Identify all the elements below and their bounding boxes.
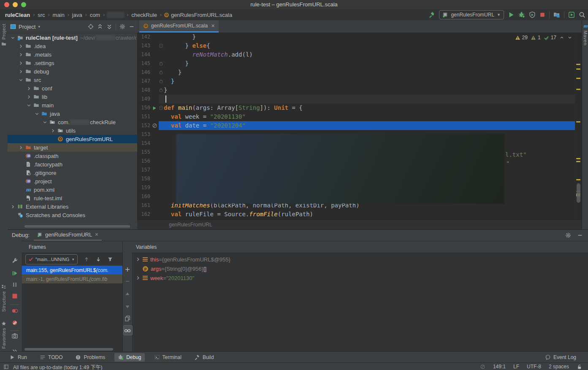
code-text[interactable]: }: [159, 68, 575, 77]
fold-marker-icon[interactable]: [159, 43, 163, 49]
fold-end-marker-icon[interactable]: [159, 87, 163, 93]
breadcrumb-item[interactable]: main: [52, 12, 65, 18]
coverage-button[interactable]: [529, 11, 536, 18]
code-text[interactable]: }: [159, 86, 575, 95]
toolwindow-button-todo[interactable]: TODO: [36, 353, 66, 362]
hide-frames-filter-button[interactable]: [107, 256, 113, 262]
tree-item-metals[interactable]: .metals: [8, 50, 137, 59]
project-view-select[interactable]: Project ▾: [10, 24, 40, 30]
view-breakpoints-button[interactable]: [11, 307, 18, 314]
editor-scrollbar-thumb[interactable]: [577, 183, 580, 203]
code-text[interactable]: val week = "20201130": [159, 112, 575, 121]
code-text[interactable]: reNotMatch.add(l): [159, 50, 575, 59]
code-text[interactable]: def main(args: Array[String]): Unit = {: [159, 103, 575, 112]
chevron-right-icon[interactable]: [18, 60, 24, 66]
duplicate-watch-button[interactable]: [124, 315, 131, 322]
inspections-widget[interactable]: 29 1 17: [515, 35, 572, 41]
chevron-right-icon[interactable]: [18, 52, 24, 57]
chevron-right-icon[interactable]: [26, 94, 32, 100]
tree-item-debug[interactable]: debug: [8, 67, 137, 76]
tree-item-genrulesfromurl[interactable]: OgenRulesFromURL: [8, 135, 137, 143]
pause-button[interactable]: [11, 281, 18, 288]
toolwindow-button-debug[interactable]: Debug: [114, 353, 144, 362]
tree-item-pom-xml[interactable]: mpom.xml: [8, 185, 137, 194]
tree-item-ruleclean-rule-test[interactable]: ruleClean [rule-test]~/dev/crawler/r: [8, 33, 137, 42]
tree-item-project[interactable]: .project: [8, 177, 137, 185]
inspections-indicator-icon[interactable]: [480, 364, 485, 370]
tree-item-scratches-and-consoles[interactable]: Scratches and Consoles: [8, 211, 137, 219]
expand-all-button[interactable]: [97, 24, 103, 30]
next-frame-button[interactable]: [95, 256, 101, 262]
variable-row-this[interactable]: this = {genRulesFromURL$@955}: [132, 255, 588, 264]
event-log-button[interactable]: Event Log: [545, 354, 588, 360]
editor-code-area[interactable]: 142 }143 } else{144 reNotMatch.add(l)145…: [137, 33, 575, 220]
tree-item-utils[interactable]: utils: [8, 126, 137, 135]
horizontal-scrollbar[interactable]: [24, 225, 130, 228]
lock-icon[interactable]: [577, 364, 582, 370]
breadcrumb-item[interactable]: java: [71, 12, 83, 18]
chevron-right-icon[interactable]: [135, 275, 141, 281]
variable-row-week[interactable]: week = "20201130": [132, 273, 588, 283]
tree-item-settings[interactable]: .settings: [8, 59, 137, 67]
chevron-down-icon[interactable]: [18, 77, 24, 83]
window-layout-icon[interactable]: [3, 364, 9, 370]
code-text[interactable]: [159, 95, 575, 103]
run-anything-button[interactable]: [568, 11, 575, 18]
chevron-down-icon[interactable]: [34, 111, 40, 117]
caret-position[interactable]: 149:1: [493, 364, 506, 370]
tree-item-lib[interactable]: lib: [8, 92, 137, 101]
toolwindow-button-terminal[interactable]: Terminal: [151, 353, 185, 362]
close-session-icon[interactable]: ✕: [95, 232, 98, 237]
debug-session-tab[interactable]: genRulesFromURL ✕: [34, 229, 102, 241]
breadcrumb-item[interactable]: genRulesFromURL.scala: [170, 12, 233, 18]
variable-row-args[interactable]: pargs = {String[0]@956} []: [132, 264, 588, 273]
tree-item-java[interactable]: java: [8, 109, 137, 118]
chevron-right-icon[interactable]: [18, 44, 24, 49]
stop-button[interactable]: [539, 12, 545, 18]
tree-item-main[interactable]: main: [8, 101, 137, 109]
toolwindow-button-build[interactable]: Build: [191, 353, 217, 362]
toolwindow-button-structure[interactable]: Structure: [0, 284, 8, 312]
horizontal-scrollbar[interactable]: [24, 348, 113, 351]
code-text[interactable]: }: [159, 59, 575, 68]
tree-item-checkrule[interactable]: com.checkRule: [8, 118, 137, 126]
locate-file-button[interactable]: [88, 24, 94, 30]
editor-tab[interactable]: O genRulesFromURL.scala ✕: [139, 20, 219, 33]
collapse-all-button[interactable]: [106, 24, 112, 30]
toolwindow-button-problems[interactable]: Problems: [72, 353, 108, 362]
toolwindow-button-run[interactable]: Run: [6, 353, 30, 362]
tree-item-conf[interactable]: conf: [8, 84, 137, 92]
mute-breakpoints-button[interactable]: [11, 319, 18, 326]
breadcrumb-item[interactable]: com: [89, 12, 101, 18]
tree-item-external-libraries[interactable]: External Libraries: [8, 202, 137, 211]
tree-item-factorypath[interactable]: .factorypath: [8, 160, 137, 169]
code-text[interactable]: }: [159, 77, 575, 86]
chevron-right-icon[interactable]: [135, 256, 141, 262]
frame-row[interactable]: main:-1, genRulesFromURL (com.fib: [22, 275, 122, 283]
editor-breadcrumb[interactable]: genRulesFromURL: [137, 220, 582, 229]
code-text[interactable]: } else{: [159, 41, 575, 50]
indent-config[interactable]: 2 spaces: [549, 364, 569, 370]
run-config-select[interactable]: genRulesFromURL ▼: [439, 10, 504, 19]
add-watch-button[interactable]: [124, 266, 131, 273]
file-encoding[interactable]: UTF-8: [527, 364, 541, 370]
debug-button[interactable]: [518, 11, 525, 18]
debugger-settings-button[interactable]: [11, 257, 18, 264]
frame-row[interactable]: main:155, genRulesFromURL$ (com.: [22, 266, 122, 275]
build-hammer-button[interactable]: [428, 11, 435, 18]
chevron-right-icon[interactable]: [18, 69, 24, 74]
breadcrumb-item[interactable]: ruleClean: [4, 12, 31, 18]
thread-select[interactable]: "main...UNNING ▼: [25, 254, 78, 264]
run-button[interactable]: [508, 11, 515, 18]
prev-problem-button[interactable]: [559, 35, 564, 40]
next-problem-button[interactable]: [567, 35, 572, 40]
tree-item-src[interactable]: src: [8, 76, 137, 84]
gutter[interactable]: [150, 123, 159, 128]
fold-end-marker-icon[interactable]: [159, 70, 163, 75]
chevron-down-icon[interactable]: [42, 120, 48, 125]
code-text[interactable]: val ruleFile = Source.fromFile(rulePath): [159, 210, 575, 219]
fold-marker-icon[interactable]: [159, 105, 163, 111]
chevron-right-icon[interactable]: [26, 86, 32, 91]
toolwindow-button-project[interactable]: Project: [0, 24, 8, 46]
prev-frame-button[interactable]: [84, 256, 89, 262]
